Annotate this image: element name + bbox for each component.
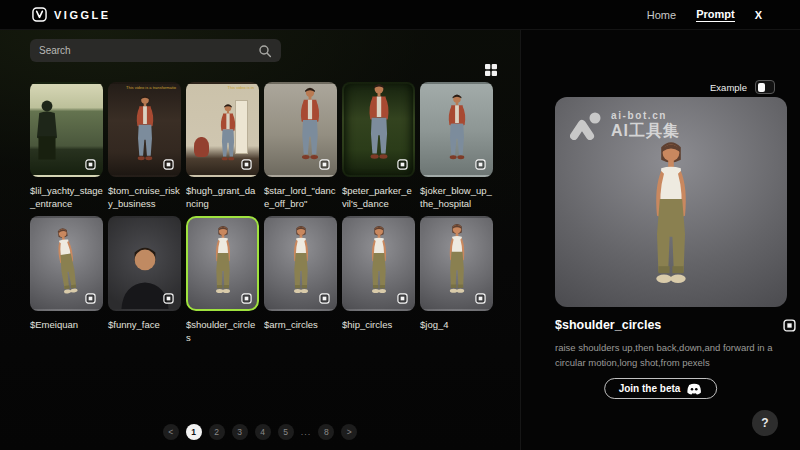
template-thumbnail[interactable] — [30, 82, 103, 177]
page-ellipsis: ... — [301, 427, 312, 437]
preview-panel: Example ai-bot.cn AI工具集 $shoulder_circle… — [520, 30, 800, 450]
template-card-hip-circles[interactable]: $hip_circles — [342, 216, 415, 346]
template-card-tom-cruise[interactable]: This video is a transformatio $tom_cruis… — [108, 82, 181, 212]
copy-template-icon[interactable] — [85, 293, 96, 304]
join-beta-label: Join the beta — [619, 383, 681, 394]
dancer-figure — [126, 93, 164, 169]
viggle-logo[interactable]: VIGGLE — [32, 7, 111, 22]
nav-x[interactable]: X — [755, 9, 762, 21]
page-1-button[interactable]: 1 — [186, 424, 202, 440]
copy-template-icon[interactable] — [397, 293, 408, 304]
template-thumbnail[interactable] — [420, 82, 493, 177]
preview-video[interactable]: ai-bot.cn AI工具集 — [555, 97, 787, 307]
girl-figure — [359, 223, 399, 303]
page-5-button[interactable]: 5 — [278, 424, 294, 440]
chair-decor — [194, 137, 209, 157]
template-card-arm-circles[interactable]: $arm_circles — [264, 216, 337, 346]
template-thumbnail[interactable]: This video is a transformatio — [108, 82, 181, 177]
template-card-joker[interactable]: $joker_blow_up_the_hospital — [420, 82, 493, 212]
page-prev-button[interactable]: < — [163, 424, 179, 440]
page-2-button[interactable]: 2 — [209, 424, 225, 440]
template-browser-panel: $lil_yachty_stage_entrance This video is… — [0, 30, 520, 450]
copy-template-icon[interactable] — [397, 159, 408, 170]
copy-template-icon[interactable] — [319, 159, 330, 170]
template-thumbnail[interactable] — [342, 216, 415, 311]
template-label: $hugh_grant_dancing — [186, 184, 259, 212]
template-card-jog-4[interactable]: $jog_4 — [420, 216, 493, 346]
dancer-figure — [357, 82, 401, 169]
search-input[interactable] — [39, 45, 258, 56]
copy-template-icon[interactable] — [241, 159, 252, 170]
search-icon[interactable] — [258, 44, 272, 58]
template-card-hugh-grant[interactable]: This video is in $hugh_grant_dancing — [186, 82, 259, 212]
brand-name: VIGGLE — [54, 9, 111, 21]
pagination: < 1 2 3 4 5 ... 8 > — [0, 424, 520, 440]
girl-figure — [281, 223, 321, 303]
template-label: $star_lord_"dance_off_bro" — [264, 184, 337, 212]
copy-template-icon[interactable] — [475, 159, 486, 170]
example-toggle-switch[interactable] — [755, 80, 775, 94]
template-label: $lil_yachty_stage_entrance — [30, 184, 103, 212]
copy-template-icon[interactable] — [85, 159, 96, 170]
template-label: $funny_face — [108, 318, 181, 346]
template-thumbnail[interactable] — [264, 82, 337, 177]
header-nav: Home Prompt X — [647, 8, 762, 22]
girl-figure — [435, 221, 479, 303]
template-thumbnail-selected[interactable] — [186, 216, 259, 311]
grid-view-icon[interactable] — [484, 63, 498, 77]
template-card-funny-face[interactable]: $funny_face — [108, 216, 181, 346]
preview-title: $shoulder_circles — [555, 318, 661, 332]
example-toggle-row: Example — [710, 80, 775, 94]
template-label: $tom_cruise_risky_business — [108, 184, 181, 212]
page-8-button[interactable]: 8 — [318, 424, 334, 440]
top-bar: VIGGLE Home Prompt X — [0, 0, 800, 30]
template-thumbnail[interactable] — [30, 216, 103, 311]
template-row-2: $Emeiquan $funny_face $shoulder_circles — [30, 216, 520, 346]
page-3-button[interactable]: 3 — [232, 424, 248, 440]
page-next-button[interactable]: > — [341, 424, 357, 440]
example-label: Example — [710, 82, 747, 93]
template-label: $joker_blow_up_the_hospital — [420, 184, 493, 212]
video-watermark-text: This video is a transformatio — [126, 86, 176, 90]
template-label: $shoulder_circles — [186, 318, 259, 346]
template-thumbnail[interactable] — [264, 216, 337, 311]
page-4-button[interactable]: 4 — [255, 424, 271, 440]
person-silhouette — [30, 99, 64, 161]
preview-title-row: $shoulder_circles — [555, 318, 796, 332]
search-bar[interactable] — [30, 39, 281, 62]
help-button[interactable]: ? — [752, 410, 778, 436]
copy-prompt-icon[interactable] — [783, 319, 796, 332]
join-beta-button[interactable]: Join the beta — [604, 378, 718, 399]
template-thumbnail[interactable] — [108, 216, 181, 311]
template-card-emeiquan[interactable]: $Emeiquan — [30, 216, 103, 346]
video-watermark-text: This video is in — [228, 86, 254, 90]
copy-template-icon[interactable] — [319, 293, 330, 304]
nav-prompt[interactable]: Prompt — [696, 8, 735, 22]
copy-template-icon[interactable] — [241, 293, 252, 304]
template-card-star-lord[interactable]: $star_lord_"dance_off_bro" — [264, 82, 337, 212]
template-card-lil-yachty[interactable]: $lil_yachty_stage_entrance — [30, 82, 103, 212]
template-card-shoulder-circles[interactable]: $shoulder_circles — [186, 216, 259, 346]
dancer-figure — [289, 85, 331, 169]
viggle-v-icon — [32, 7, 47, 22]
dancer-figure — [438, 91, 476, 169]
template-thumbnail[interactable] — [342, 82, 415, 177]
toggle-knob — [758, 83, 765, 92]
copy-template-icon[interactable] — [475, 293, 486, 304]
dancer-figure — [212, 101, 245, 169]
ai-bot-logo-icon — [569, 111, 603, 141]
discord-icon — [686, 383, 702, 395]
template-label: $jog_4 — [420, 318, 493, 346]
template-thumbnail[interactable]: This video is in — [186, 82, 259, 177]
template-thumbnail[interactable] — [420, 216, 493, 311]
copy-template-icon[interactable] — [163, 293, 174, 304]
template-row-1: $lil_yachty_stage_entrance This video is… — [30, 82, 520, 212]
template-card-peter-parker[interactable]: $peter_parker_evil's_dance — [342, 82, 415, 212]
template-label: $peter_parker_evil's_dance — [342, 184, 415, 212]
girl-figure — [203, 223, 243, 303]
template-label: $arm_circles — [264, 318, 337, 346]
nav-home[interactable]: Home — [647, 9, 676, 21]
template-label: $Emeiquan — [30, 318, 103, 346]
copy-template-icon[interactable] — [163, 159, 174, 170]
girl-figure-large — [628, 136, 714, 304]
